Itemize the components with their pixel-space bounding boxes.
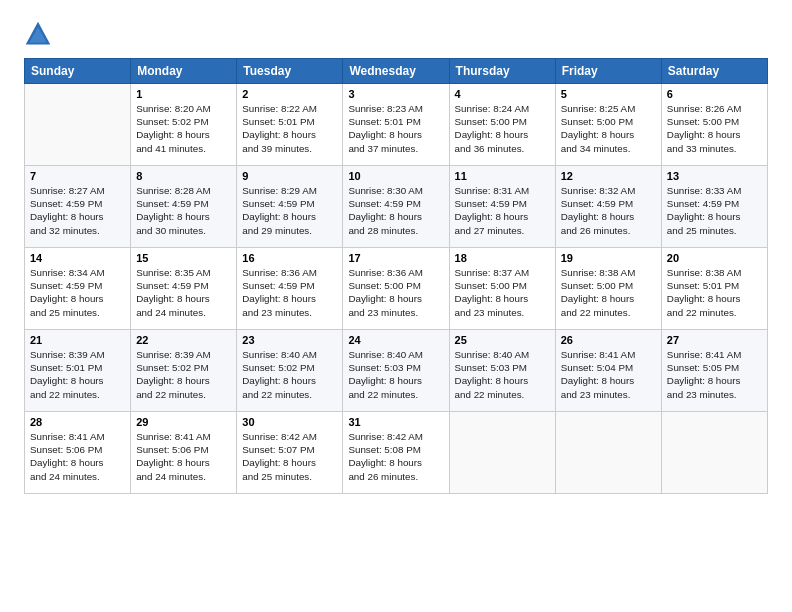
week-row-4: 21Sunrise: 8:39 AM Sunset: 5:01 PM Dayli… [25,330,768,412]
weekday-tuesday: Tuesday [237,59,343,84]
day-info: Sunrise: 8:25 AM Sunset: 5:00 PM Dayligh… [561,102,656,155]
day-info: Sunrise: 8:40 AM Sunset: 5:02 PM Dayligh… [242,348,337,401]
day-info: Sunrise: 8:37 AM Sunset: 5:00 PM Dayligh… [455,266,550,319]
day-cell: 1Sunrise: 8:20 AM Sunset: 5:02 PM Daylig… [131,84,237,166]
day-cell [449,412,555,494]
day-number: 30 [242,416,337,428]
day-info: Sunrise: 8:36 AM Sunset: 4:59 PM Dayligh… [242,266,337,319]
day-number: 11 [455,170,550,182]
calendar-header: SundayMondayTuesdayWednesdayThursdayFrid… [25,59,768,84]
day-info: Sunrise: 8:35 AM Sunset: 4:59 PM Dayligh… [136,266,231,319]
day-cell: 27Sunrise: 8:41 AM Sunset: 5:05 PM Dayli… [661,330,767,412]
day-number: 16 [242,252,337,264]
day-info: Sunrise: 8:41 AM Sunset: 5:06 PM Dayligh… [136,430,231,483]
day-cell [661,412,767,494]
day-number: 31 [348,416,443,428]
weekday-header-row: SundayMondayTuesdayWednesdayThursdayFrid… [25,59,768,84]
day-cell: 16Sunrise: 8:36 AM Sunset: 4:59 PM Dayli… [237,248,343,330]
day-cell: 30Sunrise: 8:42 AM Sunset: 5:07 PM Dayli… [237,412,343,494]
day-cell: 19Sunrise: 8:38 AM Sunset: 5:00 PM Dayli… [555,248,661,330]
weekday-monday: Monday [131,59,237,84]
day-cell: 6Sunrise: 8:26 AM Sunset: 5:00 PM Daylig… [661,84,767,166]
day-number: 20 [667,252,762,264]
day-cell: 20Sunrise: 8:38 AM Sunset: 5:01 PM Dayli… [661,248,767,330]
day-info: Sunrise: 8:22 AM Sunset: 5:01 PM Dayligh… [242,102,337,155]
day-info: Sunrise: 8:36 AM Sunset: 5:00 PM Dayligh… [348,266,443,319]
day-number: 22 [136,334,231,346]
day-info: Sunrise: 8:41 AM Sunset: 5:04 PM Dayligh… [561,348,656,401]
day-number: 27 [667,334,762,346]
day-number: 4 [455,88,550,100]
calendar-body: 1Sunrise: 8:20 AM Sunset: 5:02 PM Daylig… [25,84,768,494]
day-info: Sunrise: 8:32 AM Sunset: 4:59 PM Dayligh… [561,184,656,237]
day-cell: 18Sunrise: 8:37 AM Sunset: 5:00 PM Dayli… [449,248,555,330]
day-cell: 29Sunrise: 8:41 AM Sunset: 5:06 PM Dayli… [131,412,237,494]
day-info: Sunrise: 8:39 AM Sunset: 5:02 PM Dayligh… [136,348,231,401]
day-number: 12 [561,170,656,182]
day-number: 23 [242,334,337,346]
weekday-wednesday: Wednesday [343,59,449,84]
day-number: 2 [242,88,337,100]
day-cell: 7Sunrise: 8:27 AM Sunset: 4:59 PM Daylig… [25,166,131,248]
day-number: 29 [136,416,231,428]
week-row-2: 7Sunrise: 8:27 AM Sunset: 4:59 PM Daylig… [25,166,768,248]
day-info: Sunrise: 8:20 AM Sunset: 5:02 PM Dayligh… [136,102,231,155]
day-number: 7 [30,170,125,182]
day-cell: 11Sunrise: 8:31 AM Sunset: 4:59 PM Dayli… [449,166,555,248]
week-row-5: 28Sunrise: 8:41 AM Sunset: 5:06 PM Dayli… [25,412,768,494]
day-info: Sunrise: 8:30 AM Sunset: 4:59 PM Dayligh… [348,184,443,237]
day-info: Sunrise: 8:34 AM Sunset: 4:59 PM Dayligh… [30,266,125,319]
day-info: Sunrise: 8:39 AM Sunset: 5:01 PM Dayligh… [30,348,125,401]
day-info: Sunrise: 8:42 AM Sunset: 5:08 PM Dayligh… [348,430,443,483]
day-info: Sunrise: 8:27 AM Sunset: 4:59 PM Dayligh… [30,184,125,237]
day-cell: 10Sunrise: 8:30 AM Sunset: 4:59 PM Dayli… [343,166,449,248]
day-cell: 31Sunrise: 8:42 AM Sunset: 5:08 PM Dayli… [343,412,449,494]
logo [24,20,56,48]
day-number: 18 [455,252,550,264]
day-number: 28 [30,416,125,428]
day-info: Sunrise: 8:41 AM Sunset: 5:06 PM Dayligh… [30,430,125,483]
day-cell: 26Sunrise: 8:41 AM Sunset: 5:04 PM Dayli… [555,330,661,412]
day-cell: 9Sunrise: 8:29 AM Sunset: 4:59 PM Daylig… [237,166,343,248]
weekday-sunday: Sunday [25,59,131,84]
day-cell: 15Sunrise: 8:35 AM Sunset: 4:59 PM Dayli… [131,248,237,330]
week-row-1: 1Sunrise: 8:20 AM Sunset: 5:02 PM Daylig… [25,84,768,166]
day-number: 15 [136,252,231,264]
day-info: Sunrise: 8:31 AM Sunset: 4:59 PM Dayligh… [455,184,550,237]
day-info: Sunrise: 8:28 AM Sunset: 4:59 PM Dayligh… [136,184,231,237]
day-cell: 22Sunrise: 8:39 AM Sunset: 5:02 PM Dayli… [131,330,237,412]
day-number: 24 [348,334,443,346]
day-cell: 24Sunrise: 8:40 AM Sunset: 5:03 PM Dayli… [343,330,449,412]
logo-icon [24,20,52,48]
day-info: Sunrise: 8:42 AM Sunset: 5:07 PM Dayligh… [242,430,337,483]
day-number: 21 [30,334,125,346]
day-number: 3 [348,88,443,100]
day-info: Sunrise: 8:33 AM Sunset: 4:59 PM Dayligh… [667,184,762,237]
day-number: 17 [348,252,443,264]
day-cell: 14Sunrise: 8:34 AM Sunset: 4:59 PM Dayli… [25,248,131,330]
day-number: 19 [561,252,656,264]
day-number: 6 [667,88,762,100]
day-cell: 2Sunrise: 8:22 AM Sunset: 5:01 PM Daylig… [237,84,343,166]
day-cell: 4Sunrise: 8:24 AM Sunset: 5:00 PM Daylig… [449,84,555,166]
day-info: Sunrise: 8:38 AM Sunset: 5:00 PM Dayligh… [561,266,656,319]
day-info: Sunrise: 8:29 AM Sunset: 4:59 PM Dayligh… [242,184,337,237]
day-info: Sunrise: 8:40 AM Sunset: 5:03 PM Dayligh… [348,348,443,401]
day-cell: 3Sunrise: 8:23 AM Sunset: 5:01 PM Daylig… [343,84,449,166]
day-cell: 5Sunrise: 8:25 AM Sunset: 5:00 PM Daylig… [555,84,661,166]
day-number: 14 [30,252,125,264]
day-number: 25 [455,334,550,346]
weekday-thursday: Thursday [449,59,555,84]
day-cell: 8Sunrise: 8:28 AM Sunset: 4:59 PM Daylig… [131,166,237,248]
day-info: Sunrise: 8:23 AM Sunset: 5:01 PM Dayligh… [348,102,443,155]
week-row-3: 14Sunrise: 8:34 AM Sunset: 4:59 PM Dayli… [25,248,768,330]
weekday-friday: Friday [555,59,661,84]
day-cell: 17Sunrise: 8:36 AM Sunset: 5:00 PM Dayli… [343,248,449,330]
day-number: 10 [348,170,443,182]
day-cell [555,412,661,494]
day-number: 13 [667,170,762,182]
day-number: 1 [136,88,231,100]
day-info: Sunrise: 8:26 AM Sunset: 5:00 PM Dayligh… [667,102,762,155]
day-cell: 21Sunrise: 8:39 AM Sunset: 5:01 PM Dayli… [25,330,131,412]
day-cell: 12Sunrise: 8:32 AM Sunset: 4:59 PM Dayli… [555,166,661,248]
